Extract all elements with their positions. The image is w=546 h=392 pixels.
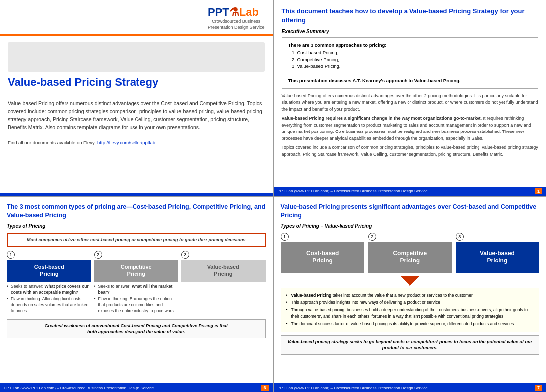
card4-1: 1 Cost-basedPricing	[281, 233, 364, 273]
slide2-box: There are 3 common approaches to pricing…	[282, 37, 539, 89]
card3-badge: 3	[181, 251, 189, 259]
slide1-header: PPT ⚗ Lab Crowdsourced Business Presenta…	[0, 0, 273, 34]
card4-1-box: Cost-basedPricing	[281, 242, 364, 273]
slide4-bottom-text: Value-based pricing strategy seeks to go…	[286, 339, 534, 351]
slide1-title: Value-based Pricing Strategy	[0, 72, 273, 95]
slide3-bottom-text: Greatest weakness of conventional Cost-b…	[12, 323, 260, 335]
card1-bullet2: Flaw in thinking: Allocating fixed costs…	[7, 296, 91, 314]
slide4-footer-num: 7	[535, 385, 542, 391]
slide4-subtitle: Types of Pricing – Value-based Pricing	[281, 223, 540, 229]
slide3-bottom-box: Greatest weakness of conventional Cost-b…	[7, 319, 266, 338]
card4-2: 2 CompetitivePricing	[368, 233, 452, 273]
card2-box: CompetitivePricing	[94, 260, 179, 282]
pricing-cards4: 1 Cost-basedPricing 2 CompetitivePricing…	[281, 233, 540, 273]
card2-bullets: Seeks to answer: What will the market be…	[94, 284, 179, 314]
slide2-title: This document teaches how to develop a V…	[282, 7, 539, 25]
card2-bullet2: Flaw in thinking: Encourages the notion …	[94, 296, 179, 314]
arrow-down-icon	[400, 276, 420, 286]
slide4-title: Value-based Pricing presents significant…	[281, 203, 540, 220]
slide4-bullet2: This approach provides insights into new…	[286, 299, 534, 306]
slide1-gray-area	[8, 42, 265, 72]
slide3-footer: PPT Lab (www.PPTLab.com) – Crowdsourced …	[0, 383, 273, 392]
slide3-subtitle: Types of Pricing	[7, 223, 266, 229]
slide2-footer-text: PPT Lab (www.PPTLab.com) – Crowdsourced …	[278, 189, 428, 193]
slide2-box-intro: There are 3 common approaches to pricing…	[288, 42, 387, 48]
slide4-bullets: Value-based Pricing takes into account t…	[281, 288, 540, 332]
slide1-link: Find all our documents available on Flev…	[0, 136, 273, 149]
card1-bullets: Seeks to answer: What price covers our c…	[7, 284, 91, 314]
logo-container: PPT ⚗ Lab Crowdsourced Business Presenta…	[208, 6, 265, 30]
slide-4: Value-based Pricing presents significant…	[274, 197, 546, 392]
slide2-exec-label: Executive Summary	[282, 29, 539, 34]
slide1-link-text: Find all our documents available on Flev…	[8, 140, 97, 145]
slide2-box-footer: This presentation discusses A.T. Kearney…	[288, 78, 461, 83]
orange-divider	[0, 34, 273, 36]
main-grid: PPT ⚗ Lab Crowdsourced Business Presenta…	[0, 0, 546, 392]
card2-badge: 2	[94, 251, 102, 259]
slide2-footer: PPT Lab (www.PPTLab.com) – Crowdsourced …	[274, 187, 546, 196]
logo-flask-icon: ⚗	[229, 6, 239, 19]
card4-2-box: CompetitivePricing	[368, 242, 452, 273]
slide3-footer-num: 6	[261, 385, 268, 391]
slide2-item2: Competitive Pricing,	[297, 56, 532, 63]
slide2-para1: Value-based Pricing offers numerous dist…	[282, 93, 539, 113]
slide2-para3: Topics covered include a comparison of c…	[282, 144, 539, 158]
slide4-bottom-box: Value-based pricing strategy seeks to go…	[281, 335, 540, 355]
slide2-body: Value-based Pricing offers numerous dist…	[282, 93, 539, 158]
logo-text: PPT ⚗ Lab	[208, 6, 265, 19]
slide3-footer-text: PPT Lab (www.PPTLab.com) – Crowdsourced …	[4, 386, 154, 390]
slide1-body: Value-based Pricing offers numerous dist…	[0, 95, 273, 136]
card4-2-num: 2	[368, 233, 376, 241]
pricing-card-2: 2 CompetitivePricing Seeks to answer: Wh…	[94, 251, 179, 315]
slide2-para2: Value-based Pricing requires a significa…	[282, 115, 539, 142]
slide4-footer: PPT Lab (www.PPTLab.com) – Crowdsourced …	[274, 383, 546, 392]
card4-1-num: 1	[281, 233, 289, 241]
card1-box: Cost-basedPricing	[7, 260, 91, 282]
slide1-footer-bar	[0, 193, 273, 196]
card2-bullet1: Seeks to answer: What will the market be…	[94, 284, 179, 296]
slide2-item1: Cost-based Pricing,	[297, 49, 532, 56]
card4-3-box: Value-basedPricing	[456, 242, 539, 273]
slide-3: The 3 most common types of pricing are—C…	[0, 197, 273, 392]
logo-ppt: PPT	[208, 6, 229, 19]
slide4-bullet3: Through value-based pricing, businesses …	[286, 307, 534, 320]
slide3-notice-box: Most companies utilize either cost-based…	[7, 233, 266, 247]
slide2-para2-bold: Value-based Pricing requires a significa…	[282, 116, 482, 121]
slide4-bullet1: Value-based Pricing takes into account t…	[286, 292, 534, 299]
slide4-bullet4: The dominant success factor of value-bas…	[286, 321, 534, 327]
card4-3-num: 3	[456, 233, 464, 241]
logo-subtitle-line2: Presentation Design Service	[208, 25, 265, 31]
slide-1: PPT ⚗ Lab Crowdsourced Business Presenta…	[0, 0, 273, 196]
slide4-footer-text: PPT Lab (www.PPTLab.com) – Crowdsourced …	[278, 386, 428, 390]
slide-2: This document teaches how to develop a V…	[274, 0, 546, 196]
logo-subtitle-line1: Crowdsourced Business	[208, 19, 265, 25]
card3-box: Value-basedPricing	[181, 260, 266, 282]
pricing-card-3: 3 Value-basedPricing	[181, 251, 266, 282]
card1-bullet1: Seeks to answer: What price covers our c…	[7, 284, 91, 296]
slide3-title: The 3 most common types of pricing are—C…	[7, 203, 266, 220]
slide3-notice-text: Most companies utilize either cost-based…	[13, 237, 260, 243]
slide2-footer-num: 1	[535, 188, 542, 194]
card4-3: 3 Value-basedPricing	[456, 233, 539, 273]
logo-lab: Lab	[239, 6, 259, 19]
slide1-link-url[interactable]: http://flevy.com/seller/pptlab	[97, 140, 155, 145]
card1-badge: 1	[7, 251, 15, 259]
slide2-item3: Value-based Pricing.	[297, 63, 532, 70]
logo-subtitle: Crowdsourced Business Presentation Desig…	[208, 19, 265, 30]
pricing-card-1: 1 Cost-basedPricing Seeks to answer: Wha…	[7, 251, 91, 315]
pricing-cards: 1 Cost-basedPricing Seeks to answer: Wha…	[7, 251, 266, 315]
